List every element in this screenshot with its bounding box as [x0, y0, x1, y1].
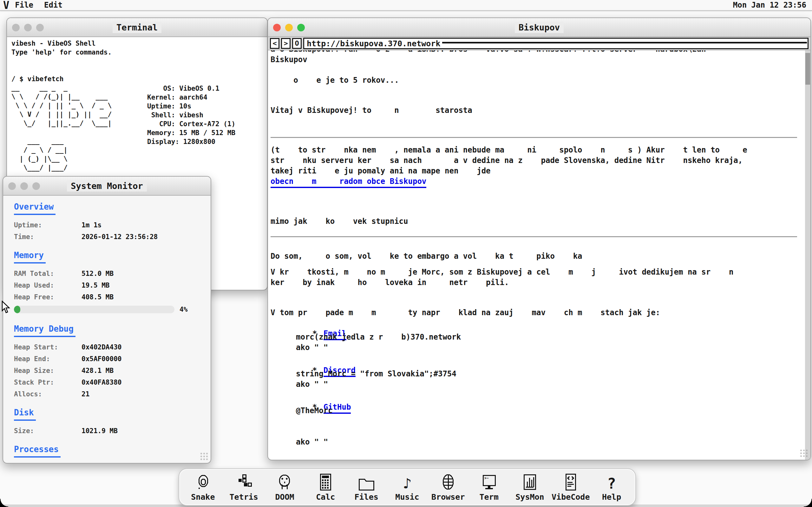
- page-text: V kr tkosti, m no m je Morc, som z Bisku…: [271, 267, 801, 277]
- system-monitor-window: System Monitor Overview Uptime: 1m 1s Ti…: [3, 176, 211, 463]
- stat-row: Heap Used: 19.5 MB: [14, 279, 211, 291]
- menubar-clock: Mon Jan 12 23:56: [733, 1, 806, 9]
- resize-grip[interactable]: [200, 452, 208, 460]
- section-overview: Overview: [14, 202, 55, 215]
- stat-row: Size: 1021.9 MB: [14, 425, 211, 437]
- minimize-button[interactable]: [24, 24, 32, 32]
- page-text: Vitaj v Biskupovej! to n starosta: [271, 105, 801, 116]
- dock-label: SysMon: [509, 493, 550, 502]
- sysmon-content: Overview Uptime: 1m 1s Time: 2026-01-12 …: [3, 195, 211, 462]
- obecny-urad-link[interactable]: obecn m radom obce Biskupov: [271, 177, 426, 188]
- stat-value: 19.5 MB: [82, 282, 110, 289]
- clipped-scroll-line: a o Biskupova?! ran o z a iSMB!. bros va…: [271, 50, 706, 55]
- close-button[interactable]: [12, 24, 20, 32]
- sysmon-title: System Monitor: [67, 180, 147, 191]
- divider: [271, 236, 797, 237]
- menu-file[interactable]: File: [15, 1, 33, 9]
- stat-row: RAM Total: 512.0 MB: [14, 268, 211, 279]
- music-note-icon: ♪: [403, 476, 412, 491]
- dock-item-help[interactable]: ? Help: [591, 473, 632, 502]
- back-button[interactable]: <: [270, 38, 279, 49]
- url-text: http://biskupova.370.network: [307, 39, 440, 48]
- dock-item-vibecode[interactable]: VibeCode: [550, 473, 591, 502]
- stat-row: Time: 2026-01-12 23:56:28: [14, 231, 211, 242]
- terminal-window-controls: [12, 24, 44, 32]
- zoom-button[interactable]: [36, 24, 44, 32]
- forward-button[interactable]: >: [281, 38, 290, 49]
- dock-item-browser[interactable]: Browser: [428, 473, 469, 502]
- vibefetch-info: OS: VibeOS 0.1 Kernel: aarch64 Uptime: 1…: [147, 84, 235, 172]
- vibeos-ascii-art: __ __ _ _ \ \ / /(_)| |__ ___ \ \ / / | …: [11, 83, 147, 172]
- dock-item-snake[interactable]: Snake: [183, 473, 223, 502]
- question-mark-icon: ?: [607, 476, 616, 491]
- globe-icon: [441, 473, 456, 491]
- page-text: Do som, o som, vol ke to embargo a vol k…: [271, 251, 801, 262]
- zoom-button[interactable]: [32, 182, 40, 190]
- page-text: mimo jak ko vek stupnicu: [271, 216, 801, 227]
- url-caret: [442, 42, 807, 44]
- stat-label: Stack Ptr:: [14, 379, 82, 386]
- memory-usage-bar-row: 4%: [14, 303, 211, 316]
- sysmon-titlebar[interactable]: System Monitor: [3, 177, 211, 195]
- dock-label: Browser: [428, 493, 469, 502]
- dock-item-music[interactable]: ♪ Music: [387, 473, 428, 502]
- dock-label: Files: [346, 493, 387, 502]
- code-editor-icon: [563, 473, 578, 491]
- stat-value: 1021.9 MB: [82, 427, 118, 435]
- page-text: o e je to 5 rokov...: [271, 75, 801, 86]
- svg-text:>-: >-: [484, 476, 489, 481]
- stat-label: RAM Total:: [14, 270, 82, 277]
- scrollbar[interactable]: [805, 50, 810, 460]
- menu-edit[interactable]: Edit: [44, 1, 62, 9]
- contact-bullet: *YouTube: [271, 449, 801, 459]
- stat-value: 0x5AF00000: [82, 355, 121, 363]
- dock-item-calc[interactable]: Calc: [305, 473, 346, 502]
- stat-row: Heap End: 0x5AF00000: [14, 353, 211, 364]
- stat-label: Uptime:: [14, 221, 82, 229]
- minimize-button[interactable]: [285, 24, 293, 32]
- memory-usage-percent: 4%: [179, 306, 187, 313]
- terminal-icon: >-: [481, 474, 497, 491]
- contact-bullet: *Discord: [271, 355, 801, 369]
- stat-row: Stack Ptr: 0x40FA8380: [14, 376, 211, 388]
- system-monitor-icon: [523, 473, 537, 491]
- contact-detail: morc(znak jedla z r b)370.network: [271, 332, 801, 342]
- terminal-titlebar[interactable]: Terminal: [7, 18, 267, 37]
- stat-value: 0x402DA430: [82, 343, 121, 351]
- contact-bullet: *GitHub: [271, 392, 801, 405]
- browser-window: Biskupov < > O http://biskupova.370.netw…: [267, 17, 811, 460]
- stat-row: Heap Size: 428.1 MB: [14, 364, 211, 376]
- dock-item-term[interactable]: >- Term: [469, 473, 509, 502]
- stat-value: 512.0 MB: [82, 270, 114, 277]
- dock-item-sysmon[interactable]: SysMon: [509, 473, 550, 502]
- divider: [271, 137, 797, 138]
- tetris-icon: [236, 474, 252, 491]
- vibeos-logo-icon: V: [3, 0, 9, 10]
- stat-value: 21: [82, 390, 90, 398]
- dock-item-files[interactable]: Files: [346, 473, 387, 502]
- terminal-intro-text: vibesh - VibeOS Shell Type 'help' for co…: [11, 39, 267, 83]
- scrollbar-thumb[interactable]: [805, 53, 810, 84]
- dock-item-tetris[interactable]: Tetris: [224, 473, 264, 502]
- dock-label: Term: [469, 493, 509, 502]
- close-button[interactable]: [273, 24, 281, 32]
- contact-detail: string Morc = "from Slovakia";#3754: [271, 369, 801, 379]
- section-processes: Processes: [14, 445, 61, 457]
- minimize-button[interactable]: [20, 182, 28, 190]
- vibefetch-output: __ __ _ _ \ \ / /(_)| |__ ___ \ \ / / | …: [11, 83, 267, 172]
- dock-item-doom[interactable]: DOOM: [264, 473, 305, 502]
- page-link-line: obecn m radom obce Biskupov: [271, 176, 801, 190]
- calculator-icon: [318, 473, 332, 491]
- snake-icon: [195, 474, 211, 491]
- browser-titlebar[interactable]: Biskupov: [268, 18, 810, 37]
- reload-button[interactable]: O: [292, 38, 302, 49]
- stat-row: Heap Free: 408.5 MB: [14, 291, 211, 303]
- dock-label: Snake: [183, 493, 223, 502]
- zoom-button[interactable]: [297, 24, 305, 32]
- resize-grip[interactable]: [800, 449, 808, 457]
- page-text: ker by inak ho loveka in netr pili.: [271, 277, 801, 288]
- folder-icon: [358, 476, 375, 491]
- close-button[interactable]: [8, 182, 16, 190]
- terminal-title: Terminal: [113, 22, 161, 33]
- url-input[interactable]: http://biskupova.370.network: [303, 38, 809, 49]
